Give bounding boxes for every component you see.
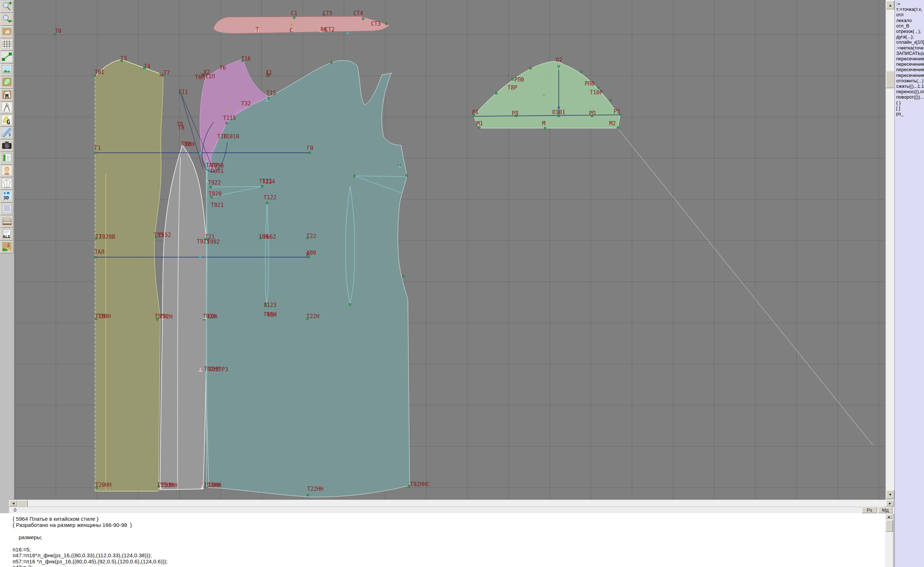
point-marker — [94, 152, 96, 154]
garment-sketch-button[interactable] — [0, 178, 14, 190]
status-value: 0 — [14, 507, 16, 513]
code-scroll-thumb[interactable] — [886, 520, 893, 532]
books-button[interactable] — [0, 216, 14, 228]
alg-button[interactable]: ALG — [0, 228, 14, 241]
command-item[interactable]: := — [896, 1, 900, 6]
pattern-drawing[interactable]: Т0С1СТ5СТ4СТ3ТСВбСТ2Т3Т4Т01Т7Х2Т6ПТ1ПТ6Т… — [14, 0, 885, 499]
point-marker — [478, 127, 480, 129]
image-button[interactable] — [0, 64, 14, 76]
clear-broom-button[interactable] — [0, 241, 14, 253]
rz-mode-button[interactable]: Рз — [862, 507, 877, 513]
command-item[interactable]: пересечение — [896, 72, 924, 78]
point-label: Т992 — [207, 239, 220, 245]
code-line: { Разработано на размер женщины 166-90-9… — [13, 522, 132, 528]
canvas-vertical-scrollbar[interactable]: ▲ ▼ — [885, 0, 895, 499]
point-label: Т4 — [144, 63, 150, 70]
segment-button[interactable] — [0, 51, 14, 63]
3d-icon: 3D — [2, 191, 12, 202]
ruler-button[interactable]: 8 — [0, 127, 14, 139]
program-text-panel[interactable]: { 5964 Платье в китайском стиле }{ Разра… — [0, 513, 885, 567]
scroll-down-button[interactable]: ▼ — [886, 490, 894, 499]
pattern-piece-icon — [2, 77, 12, 89]
command-item[interactable]: [ ] — [896, 105, 900, 111]
svg-text:M: M — [5, 93, 9, 100]
point-label: Т16 — [241, 56, 251, 62]
point-marker — [94, 256, 96, 258]
point-label: Т662 — [263, 234, 276, 240]
point-label: Т20Н — [98, 313, 111, 320]
compass-a-icon: A — [2, 102, 12, 114]
command-item[interactable]: пересечение — [896, 67, 924, 72]
3d-button[interactable]: 3D — [0, 190, 14, 203]
camera-button[interactable] — [0, 140, 14, 152]
point-marker — [268, 98, 270, 99]
command-item[interactable]: пересечение — [896, 62, 924, 67]
text-list-button[interactable] — [0, 203, 14, 215]
point-label: РП — [589, 110, 596, 117]
pattern-piece-button[interactable] — [0, 77, 14, 89]
code-line: размеры; — [13, 534, 42, 540]
compass-a-button[interactable]: A — [0, 102, 14, 114]
command-item[interactable]: рз_ — [896, 111, 903, 116]
point-label: Т552 — [158, 232, 171, 238]
point-label: М1 — [476, 120, 483, 127]
point-label: Т8Н — [185, 141, 195, 148]
scroll-right-button[interactable]: ► — [886, 500, 894, 506]
point-label: Т9Н — [207, 313, 217, 320]
point-label: Т123 — [264, 302, 276, 308]
point-label: Т01 — [94, 69, 104, 75]
model-m-button[interactable]: M — [0, 89, 14, 101]
notch-marker — [200, 257, 201, 259]
point-label: Т0 — [55, 28, 62, 34]
table-button[interactable] — [0, 152, 14, 165]
vertical-scroll-thumb[interactable] — [886, 71, 895, 88]
select-hand-button[interactable] — [0, 26, 14, 38]
point-label: Т52Н — [159, 313, 172, 320]
scroll-up-button[interactable]: ▲ — [886, 1, 894, 9]
point-label: Т22НН — [307, 486, 323, 492]
md-mode-button[interactable]: Мд — [878, 507, 892, 513]
point-label: Т115 — [223, 115, 236, 121]
code-panel-scrollbar[interactable]: ▲ — [885, 513, 893, 567]
point-label: Т10Р — [590, 89, 603, 96]
command-list-panel[interactable]: :=т:=точка(т.х,отллекалоотл_Вотрезок( , … — [894, 0, 924, 567]
scroll-left-button[interactable]: ◄ — [9, 500, 17, 506]
front-piece-teal — [207, 60, 410, 497]
command-item[interactable]: { } — [896, 100, 900, 105]
portrait-button[interactable] — [0, 165, 14, 177]
command-item[interactable]: пересечение — [896, 56, 924, 62]
command-item[interactable]: т:=точка(т.х, — [896, 6, 922, 12]
point-label: Т921 — [211, 202, 224, 208]
command-item[interactable]: перенос((),от — [896, 89, 924, 94]
command-item[interactable]: лекало — [896, 18, 912, 23]
command-item[interactable]: отрезок( , ); — [896, 29, 921, 34]
horizontal-scroll-thumb[interactable] — [18, 500, 28, 507]
command-item[interactable]: дуга(...); — [896, 34, 914, 39]
model-m-icon: M — [2, 90, 12, 101]
point-label: Т1П — [205, 73, 215, 80]
canvas-horizontal-scrollbar[interactable]: ◄ ► — [9, 499, 894, 507]
code-line: { 5964 Платье в китайском стиле } — [13, 516, 99, 522]
alg-icon: ALG — [2, 229, 12, 240]
grid-button[interactable] — [0, 39, 14, 51]
pattern-canvas[interactable]: Т0С1СТ5СТ4СТ3ТСВбСТ2Т3Т4Т01Т7Х2Т6ПТ1ПТ6Т… — [14, 0, 885, 499]
zoom-in-button[interactable] — [0, 1, 14, 13]
code-line: п16:=5; — [13, 546, 31, 553]
point-marker — [266, 202, 268, 204]
patterns-g-button[interactable]: G — [0, 114, 14, 127]
command-item[interactable]: :=метка(точк — [896, 45, 924, 51]
point-label: М2 — [609, 120, 616, 127]
command-item[interactable]: сплайн_к[10] — [896, 39, 924, 45]
zoom-out-button[interactable] — [0, 14, 14, 26]
code-scroll-up-button[interactable]: ▲ — [886, 514, 892, 519]
command-item[interactable]: сжать((),..1.1 — [896, 83, 924, 89]
command-item[interactable]: поворот(())... — [896, 94, 924, 100]
command-item[interactable]: отл — [896, 12, 903, 17]
point-label: Р2 — [614, 108, 620, 115]
point-label: Т124 — [262, 178, 275, 185]
left-toolbar: MAG83DALG — [0, 0, 14, 513]
point-label: СТ2 — [325, 26, 334, 33]
command-item[interactable]: ЗАПИСАТЬ(и — [896, 51, 924, 56]
command-item[interactable]: отл_В — [896, 23, 909, 29]
command-item[interactable]: отложить(...); — [896, 78, 924, 83]
